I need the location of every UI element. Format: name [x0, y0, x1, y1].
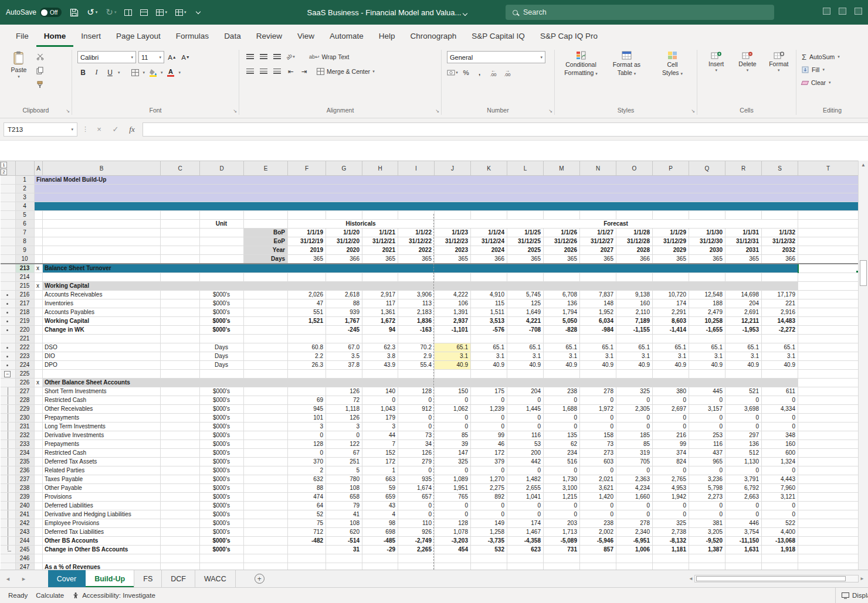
cell-F245[interactable] — [288, 546, 326, 554]
cell-F237[interactable]: 632 — [288, 475, 326, 484]
cell-J244[interactable]: -3,203 — [435, 537, 471, 546]
cell-H222[interactable]: 62.3 — [362, 343, 398, 352]
col-header-N[interactable]: N — [580, 161, 616, 176]
cell-Q229[interactable]: 3,157 — [689, 405, 725, 414]
cell-M7[interactable]: 1/1/26 — [544, 229, 580, 237]
cell-T236[interactable] — [798, 466, 859, 475]
cell-B221[interactable] — [43, 335, 161, 343]
cell-G214[interactable] — [326, 273, 362, 282]
cell-R10[interactable]: 365 — [725, 255, 762, 264]
percent-style-icon[interactable]: % — [460, 67, 472, 78]
cell-E239[interactable] — [244, 493, 288, 502]
cell-E241[interactable] — [244, 510, 288, 519]
cell-T225[interactable] — [798, 370, 859, 379]
cell-M243[interactable]: 1,713 — [544, 528, 580, 537]
cell-P9[interactable]: 2029 — [653, 246, 689, 255]
increase-decimal-icon[interactable]: ←.00 — [487, 69, 499, 77]
cell-O237[interactable]: 2,363 — [616, 475, 653, 484]
cell-K224[interactable]: 40.9 — [471, 361, 507, 370]
cell-R244[interactable]: -11,150 — [725, 537, 762, 546]
cell-S216[interactable]: 17,179 — [762, 291, 798, 299]
cell-H223[interactable]: 3.8 — [362, 352, 398, 361]
cell-P238[interactable]: 4,953 — [653, 484, 689, 493]
cell-K239[interactable]: 892 — [471, 493, 507, 502]
cell-N230[interactable]: 0 — [580, 414, 616, 423]
cell-R216[interactable]: 14,698 — [725, 291, 762, 299]
cell-C217[interactable] — [161, 299, 200, 308]
cell[interactable] — [35, 202, 859, 211]
cell-S228[interactable]: 0 — [762, 396, 798, 405]
row-header-216[interactable]: 216 — [16, 291, 35, 299]
split-window-icon[interactable] — [140, 9, 148, 16]
cell-K234[interactable]: 172 — [471, 449, 507, 458]
cell-N8[interactable]: 31/12/27 — [580, 237, 616, 246]
format-as-table-button[interactable]: Format as Table ▾ — [606, 51, 647, 77]
cell-D244[interactable]: $000's — [200, 537, 244, 546]
cell-Q222[interactable]: 65.1 — [689, 343, 725, 352]
cell-L231[interactable]: 0 — [507, 423, 544, 431]
cell-K246[interactable] — [471, 554, 507, 563]
cell-L225[interactable] — [507, 370, 544, 379]
cell-C223[interactable] — [161, 352, 200, 361]
cell-G10[interactable]: 366 — [326, 255, 362, 264]
cell-O225[interactable] — [616, 370, 653, 379]
cell-J221[interactable] — [435, 335, 471, 343]
row-header-223[interactable]: 223 — [16, 352, 35, 361]
cell-P228[interactable]: 0 — [653, 396, 689, 405]
cell-C214[interactable] — [161, 273, 200, 282]
cell-D229[interactable]: $000's — [200, 405, 244, 414]
cell[interactable] — [35, 237, 43, 246]
cell-H242[interactable]: 98 — [362, 519, 398, 528]
cell-I234[interactable]: 126 — [398, 449, 435, 458]
cell-N242[interactable]: 238 — [580, 519, 616, 528]
row-header-214[interactable]: 214 — [16, 273, 35, 282]
cell-Q224[interactable]: 40.9 — [689, 361, 725, 370]
cell-A222[interactable] — [35, 343, 43, 352]
cell-K7[interactable]: 1/1/24 — [471, 229, 507, 237]
cell-T233[interactable] — [798, 440, 859, 449]
cell-S227[interactable]: 611 — [762, 387, 798, 396]
cell-L219[interactable]: 4,221 — [507, 317, 544, 326]
cell-P235[interactable]: 824 — [653, 458, 689, 466]
scroll-up-icon[interactable]: ▲ — [859, 161, 868, 168]
cell-G231[interactable]: 3 — [326, 423, 362, 431]
cell-D221[interactable] — [200, 335, 244, 343]
font-size-select[interactable]: 11▾ — [138, 51, 164, 63]
cell-Q227[interactable]: 445 — [689, 387, 725, 396]
cell-G222[interactable]: 67.0 — [326, 343, 362, 352]
number-format-select[interactable]: General▾ — [447, 51, 545, 63]
cell-G230[interactable]: 126 — [326, 414, 362, 423]
row-header-237[interactable]: 237 — [16, 475, 35, 484]
ribbon-tab-automate[interactable]: Automate — [322, 25, 371, 47]
ribbon-tab-page-layout[interactable]: Page Layout — [108, 25, 168, 47]
cell[interactable] — [161, 255, 200, 264]
cell-K5[interactable] — [471, 211, 507, 220]
cell-G219[interactable]: 1,767 — [326, 317, 362, 326]
cell-Q243[interactable]: 3,205 — [689, 528, 725, 537]
cell-T244[interactable] — [798, 537, 859, 546]
cell-T232[interactable] — [798, 431, 859, 440]
cell-N237[interactable]: 2,021 — [580, 475, 616, 484]
cell-G236[interactable]: 5 — [326, 466, 362, 475]
cell-A232[interactable] — [35, 431, 43, 440]
col-header-B[interactable]: B — [43, 161, 161, 176]
cell-D240[interactable]: $000's — [200, 502, 244, 510]
cell[interactable] — [798, 246, 859, 255]
cell-K240[interactable]: 0 — [471, 502, 507, 510]
cell-G227[interactable]: 126 — [326, 387, 362, 396]
cell[interactable] — [471, 563, 507, 570]
cell-M229[interactable]: 1,688 — [544, 405, 580, 414]
cell-H232[interactable]: 44 — [362, 431, 398, 440]
cell-A218[interactable] — [35, 308, 43, 317]
cell-O240[interactable]: 0 — [616, 502, 653, 510]
cell[interactable] — [35, 246, 43, 255]
cell-A231[interactable] — [35, 423, 43, 431]
cell-M242[interactable]: 203 — [544, 519, 580, 528]
cell-I222[interactable]: 70.2 — [398, 343, 435, 352]
cell-N5[interactable] — [580, 211, 616, 220]
cell-J239[interactable]: 765 — [435, 493, 471, 502]
align-left-icon[interactable] — [245, 66, 256, 77]
cell-J238[interactable]: 1,951 — [435, 484, 471, 493]
cell-M227[interactable]: 238 — [544, 387, 580, 396]
cell-N236[interactable]: 0 — [580, 466, 616, 475]
